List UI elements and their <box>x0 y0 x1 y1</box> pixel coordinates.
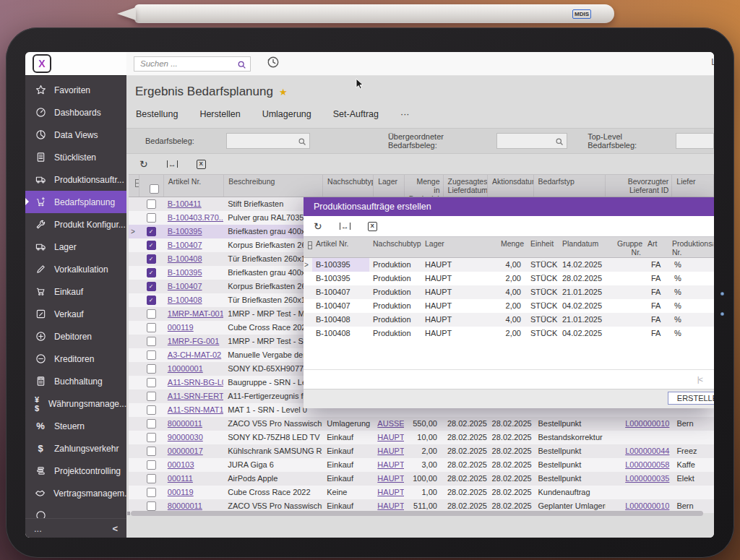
lager-link[interactable]: HAUPT <box>377 433 403 441</box>
table-row[interactable]: > 000111 AirPods Apple Einkauf HAUPT 100… <box>129 472 714 486</box>
search-icon[interactable] <box>237 59 246 72</box>
sidebar-item-verkauf[interactable]: Verkauf <box>25 303 126 325</box>
artikel-link[interactable]: 80000011 <box>168 501 202 510</box>
artikel-link[interactable]: 90000030 <box>168 433 203 441</box>
lieferant-id-link[interactable]: L000000035 <box>625 474 669 483</box>
artikel-link[interactable]: B-100408 <box>168 296 202 304</box>
search-input[interactable] <box>134 56 251 72</box>
row-checkbox[interactable] <box>147 392 156 401</box>
row-checkbox[interactable] <box>147 337 156 346</box>
excel-export-icon[interactable]: X <box>368 222 377 231</box>
header-bevorzugter-lieferant-id[interactable]: Bevorzugter Lieferant ID <box>606 175 672 197</box>
app-logo-x-icon[interactable]: X <box>33 54 51 73</box>
row-checkbox[interactable] <box>147 268 156 277</box>
action-umlagerung[interactable]: Umlagerung <box>262 109 311 119</box>
sidebar-item-dashboards[interactable]: Dashboards <box>25 101 126 124</box>
table-row[interactable]: > 80000011 ZACO V5S Pro Nasswischroboter… <box>129 417 714 431</box>
sidebar-item-bedarfsplanung[interactable]: Bedarfsplanung <box>25 191 126 213</box>
sidebar-item-produkt-konfigurator[interactable]: Produkt Konfigur... <box>25 213 126 236</box>
row-checkbox[interactable] <box>147 447 156 456</box>
lookup-icon[interactable] <box>298 136 306 149</box>
artikel-link[interactable]: 000119 <box>168 323 194 332</box>
bedarfsbeleg-input[interactable] <box>226 133 310 149</box>
artikel-link[interactable]: B-100395 <box>168 268 202 277</box>
lieferant-id-link[interactable]: L000000010 <box>625 501 669 510</box>
sidebar-item-data-views[interactable]: Data Views <box>25 124 126 146</box>
table-row[interactable]: > 00000017 Kühlschrank SAMSUNG RS6GN867.… <box>129 444 714 458</box>
sidebar-item-kreditoren[interactable]: Kreditoren <box>25 348 126 370</box>
header-plandatum[interactable]: Plandatum <box>559 237 614 257</box>
modal-table-row[interactable]: > B-100395 Produktion HAUPT 4,00 STÜCK 1… <box>304 258 714 272</box>
header-produktionsauftrag-nr[interactable]: Produktionsa. Nr. <box>668 237 713 257</box>
header-artikel[interactable]: Artikel Nr. <box>164 175 224 197</box>
modal-table-row[interactable]: > B-100408 Produktion HAUPT 2,00 STÜCK 0… <box>304 327 714 340</box>
excel-export-icon[interactable]: X <box>197 160 206 169</box>
row-checkbox[interactable] <box>147 254 156 264</box>
header-lieferant[interactable]: Liefer <box>672 175 714 197</box>
header-lager[interactable]: Lager <box>421 237 470 257</box>
row-checkbox[interactable] <box>147 213 156 223</box>
artikel-link[interactable]: B-100411 <box>168 199 202 208</box>
select-all-checkbox[interactable] <box>150 184 159 194</box>
column-width-icon[interactable]: ↔ <box>167 160 178 168</box>
sidebar-item-steuern[interactable]: % Steuern <box>25 415 126 437</box>
row-checkbox[interactable] <box>147 364 156 374</box>
modal-table-row[interactable]: > B-100395 Produktion HAUPT 2,00 STÜCK 2… <box>304 272 714 285</box>
lager-link[interactable]: HAUPT <box>377 460 403 469</box>
top-level-bedarfsbeleg-input[interactable] <box>676 133 714 149</box>
modal-table-row[interactable]: > B-100407 Produktion HAUPT 4,00 STÜCK 2… <box>304 285 714 299</box>
artikel-link[interactable]: 1MRP-MAT-001 <box>168 309 223 318</box>
sidebar-item-projektcontrolling[interactable]: Projektcontrolling <box>25 460 126 482</box>
artikel-link[interactable]: 000119 <box>168 488 194 496</box>
lookup-icon[interactable] <box>555 136 564 149</box>
history-icon[interactable] <box>267 56 280 72</box>
artikel-link[interactable]: A3-CH-MAT-02 <box>168 350 221 359</box>
column-width-icon[interactable]: ↔ <box>340 223 350 230</box>
row-checkbox[interactable] <box>147 296 156 305</box>
artikel-link[interactable]: 000111 <box>168 474 193 483</box>
row-checkbox[interactable] <box>147 433 156 442</box>
header-art[interactable]: Art <box>644 237 668 257</box>
header-beschreibung[interactable]: Beschreibung <box>224 175 323 197</box>
table-row[interactable]: > 90000030 SONY KD-75ZH8 LED TV (Flat, 7… <box>129 431 714 444</box>
lieferant-id-link[interactable]: L000000010 <box>625 419 669 428</box>
artikel-link[interactable]: B-100407 <box>168 241 202 249</box>
header-zugesagtes-lieferdatum[interactable]: Zugesagtes Lieferdatum <box>444 175 489 197</box>
sidebar-item-produktionsauftraege[interactable]: Produktionsauftr... <box>25 168 126 191</box>
lager-link[interactable]: HAUPT <box>377 447 403 455</box>
more-actions-icon[interactable]: ··· <box>400 109 410 119</box>
header-bedarfstyp[interactable]: Bedarfstyp <box>534 175 606 197</box>
sidebar-item-stuecklisten[interactable]: Stücklisten <box>25 146 126 168</box>
sidebar-item-lager[interactable]: Lager <box>25 236 126 258</box>
artikel-link[interactable]: 00000017 <box>168 447 203 455</box>
lieferant-id-link[interactable]: L000000058 <box>625 460 669 469</box>
header-menge[interactable]: Menge <box>470 237 527 257</box>
modal-table-row[interactable]: > B-100408 Produktion HAUPT 4,00 STÜCK 2… <box>304 313 714 327</box>
row-checkbox[interactable] <box>147 405 156 415</box>
artikel-link[interactable]: B-100408 <box>168 254 202 263</box>
table-row[interactable]: > 000119 Cube Cross Race 2022 Keine HAUP… <box>129 486 714 499</box>
header-einheit[interactable]: Einheit <box>527 237 559 257</box>
favorite-star-icon[interactable]: ★ <box>279 87 288 98</box>
artikel-link[interactable]: 1MRP-FG-001 <box>168 337 220 345</box>
row-checkbox[interactable] <box>147 378 156 387</box>
artikel-link[interactable]: B-100407 <box>168 282 202 290</box>
sidebar-item-partial[interactable] <box>25 504 126 518</box>
row-checkbox[interactable] <box>147 309 156 319</box>
sidebar-item-debitoren[interactable]: Debitoren <box>25 325 126 348</box>
row-checkbox[interactable] <box>147 241 156 250</box>
row-checkbox[interactable] <box>147 419 156 428</box>
row-checkbox[interactable] <box>147 199 156 209</box>
artikel-link[interactable]: B-100395 <box>168 227 202 236</box>
header-menge[interactable]: Menge in Basiseinheit <box>405 175 444 197</box>
sidebar-item-zahlungsverkehr[interactable]: $ Zahlungsverkehr <box>25 437 126 460</box>
lager-link[interactable]: HAUPT <box>377 488 403 496</box>
row-checkbox[interactable] <box>147 488 156 497</box>
modal-table-row[interactable]: > B-100407 Produktion HAUPT 2,00 STÜCK 0… <box>304 299 714 313</box>
header-gruppe-nr[interactable]: Gruppe Nr. <box>614 237 644 257</box>
action-herstellen[interactable]: Herstellen <box>199 109 240 119</box>
artikel-link[interactable]: B-100403.R70... <box>168 213 223 222</box>
sidebar-item-favoriten[interactable]: Favoriten <box>25 79 126 101</box>
artikel-link[interactable]: A11-SRN-FERT... <box>168 392 223 400</box>
action-bestellung[interactable]: Bestellung <box>136 109 178 119</box>
